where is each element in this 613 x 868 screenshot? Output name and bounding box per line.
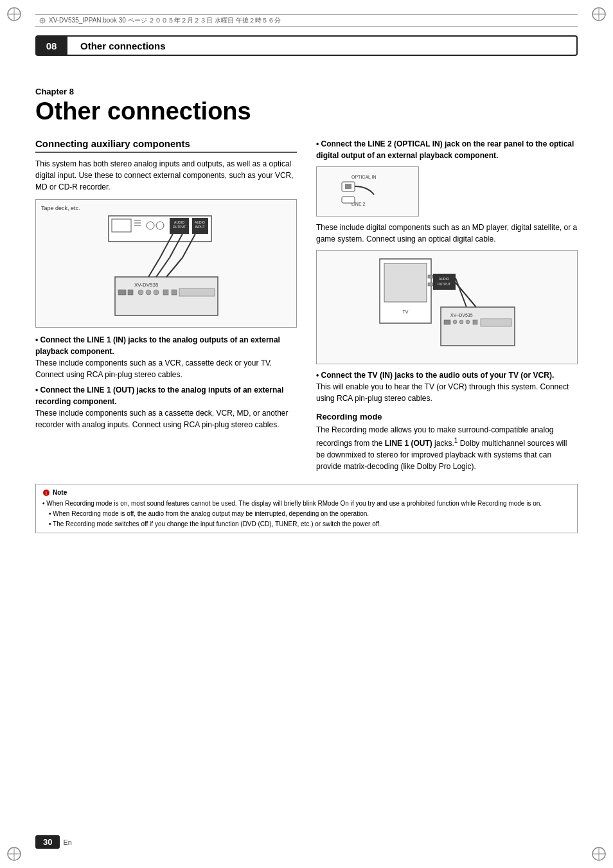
svg-rect-39 <box>172 290 177 295</box>
svg-line-43 <box>166 258 182 277</box>
svg-point-35 <box>138 290 143 295</box>
intro-text: This system has both stereo analog input… <box>35 158 297 193</box>
reg-mark-tl <box>5 5 23 23</box>
section-heading-connecting: Connecting auxiliary components <box>35 138 297 153</box>
svg-point-36 <box>146 290 151 295</box>
svg-text:AUDIO: AUDIO <box>195 220 205 224</box>
note-line-2: • When Recording mode is off, the audio … <box>42 509 571 518</box>
svg-rect-53 <box>428 283 433 286</box>
page-footer: 30 En <box>35 835 578 849</box>
tape-label: Tape deck, etc. <box>41 205 291 211</box>
svg-text:AUDIO: AUDIO <box>174 220 184 224</box>
svg-text:TV: TV <box>402 310 408 314</box>
svg-point-62 <box>453 320 457 324</box>
svg-text:AUDIO: AUDIO <box>439 277 449 281</box>
bullet1: • Connect the LINE 1 (IN) jacks to the a… <box>35 334 297 380</box>
left-column: Connecting auxiliary components This sys… <box>35 138 297 477</box>
tape-deck-diagram: Tape deck, etc. AUDIO OUTPUT <box>35 199 297 328</box>
chapter-main-title: Other connections <box>35 98 578 125</box>
svg-rect-40 <box>179 288 215 296</box>
svg-text:XV-DV535: XV-DV535 <box>134 282 159 288</box>
svg-rect-52 <box>428 275 433 278</box>
note-line-1: • When Recording mode is on, most sound … <box>42 499 571 508</box>
file-info-bar: XV-DV535_IPPAN.book 30 ページ ２００５年２月２３日 水曜… <box>35 14 578 27</box>
recording-text: The Recording mode allows you to make su… <box>316 424 578 472</box>
tv-diagram: TV AUDIO OUTPUT XV–DV535 <box>316 250 578 364</box>
svg-text:INPUT: INPUT <box>195 225 204 229</box>
bullet4: • Connect the TV (IN) jacks to the audio… <box>316 369 578 404</box>
chapter-bar: 08 Other connections <box>35 35 578 56</box>
page-number: 30 <box>35 835 60 849</box>
chapter-label: Chapter 8 <box>35 87 578 96</box>
chapter-bar-title: Other connections <box>67 35 578 56</box>
reg-mark-br <box>590 845 608 863</box>
svg-rect-66 <box>481 319 511 326</box>
svg-rect-34 <box>128 290 133 295</box>
optical-desc-text: These include digital components such as… <box>316 222 578 245</box>
svg-text:OPTICAL IN: OPTICAL IN <box>351 175 377 179</box>
page-lang: En <box>63 838 71 846</box>
note-icon: ! <box>42 489 50 497</box>
tape-deck-svg: AUDIO OUTPUT AUDIO INPUT XV-DV535 <box>96 213 237 322</box>
svg-text:!: ! <box>46 491 47 495</box>
tv-svg: TV AUDIO OUTPUT XV–DV535 <box>377 256 518 359</box>
svg-point-64 <box>466 320 470 324</box>
note-box: ! Note • When Recording mode is on, most… <box>35 484 578 533</box>
chapter-number: 08 <box>35 35 67 56</box>
svg-rect-65 <box>473 320 477 324</box>
note-line-3: • The Recording mode switches off if you… <box>42 520 571 529</box>
right-column: • Connect the LINE 2 (OPTICAL IN) jack o… <box>316 138 578 477</box>
file-info-text: XV-DV535_IPPAN.book 30 ページ ２００５年２月２３日 水曜… <box>49 16 281 25</box>
svg-line-58 <box>456 283 476 307</box>
bullet3: • Connect the LINE 2 (OPTICAL IN) jack o… <box>316 138 578 161</box>
bullet2: • Connect the LINE 1 (OUT) jacks to the … <box>35 384 297 430</box>
svg-text:XV–DV535: XV–DV535 <box>450 313 473 317</box>
svg-rect-38 <box>163 290 168 295</box>
svg-text:OUTPUT: OUTPUT <box>172 225 186 229</box>
svg-rect-48 <box>342 197 355 203</box>
optical-svg: OPTICAL IN LINE 2 <box>323 172 413 211</box>
svg-rect-33 <box>118 290 126 295</box>
optical-diagram: OPTICAL IN LINE 2 <box>316 166 419 217</box>
svg-rect-16 <box>112 219 131 232</box>
main-content: Chapter 8 Other connections Connecting a… <box>35 67 578 817</box>
svg-point-37 <box>154 290 159 295</box>
svg-rect-46 <box>345 184 351 189</box>
svg-point-63 <box>459 320 463 324</box>
reg-mark-bl <box>5 845 23 863</box>
svg-rect-50 <box>384 263 427 302</box>
reg-mark-tr <box>590 5 608 23</box>
svg-rect-61 <box>444 320 450 324</box>
two-column-layout: Connecting auxiliary components This sys… <box>35 138 578 477</box>
note-label: ! Note <box>42 488 571 497</box>
svg-text:OUTPUT: OUTPUT <box>437 282 450 286</box>
crosshair-icon <box>39 17 46 24</box>
recording-mode-heading: Recording mode <box>316 412 578 421</box>
svg-line-57 <box>456 278 466 307</box>
